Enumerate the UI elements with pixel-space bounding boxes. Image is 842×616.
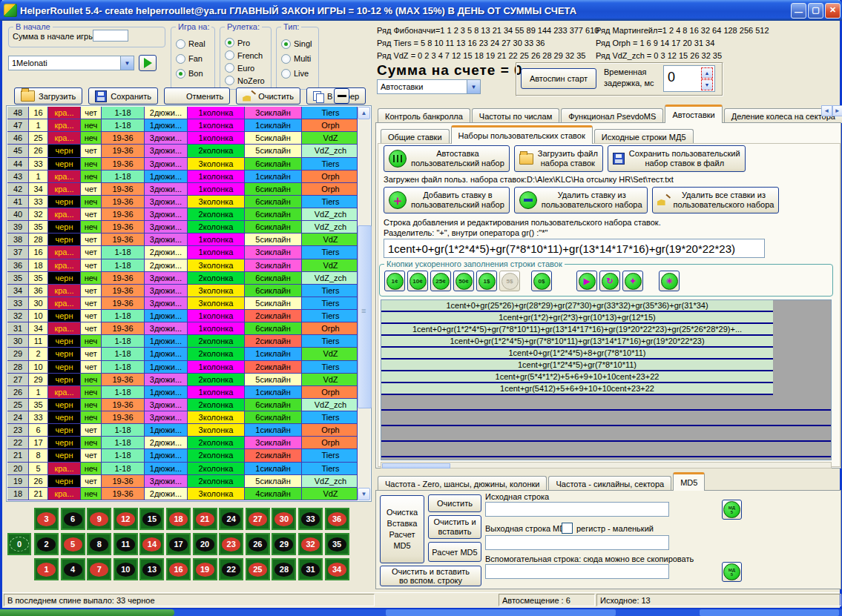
spinner-down-icon[interactable]: ▼ [701, 79, 713, 90]
table-row[interactable]: 3011черннеч1-181дюжи...2колонка2сиклайнT… [7, 335, 358, 348]
board-number-10[interactable]: 10 [114, 558, 138, 580]
hscrollbar-thumb[interactable] [382, 463, 450, 468]
tab-scroll-left-icon[interactable]: ◄ [821, 105, 832, 116]
table-row[interactable]: 2729черннеч19-363дюжи...2колонка5сиклайн… [7, 374, 358, 386]
table-row[interactable]: 3210чернчет1-181дюжи...1колонка2сиклайнT… [7, 310, 358, 322]
subtab-общие-ставки[interactable]: Общие ставки [381, 129, 450, 144]
bottomtab-частота-сиклайны-сектора[interactable]: Частота - сиклайны, сектора [548, 476, 671, 491]
tab-функционал-psevdoms[interactable]: Функционал PsevdoMS [561, 108, 663, 123]
collapse-panel-button[interactable] [334, 88, 349, 104]
table-row[interactable]: 3935черннеч19-363дюжи...2колонка6сиклайн… [7, 221, 358, 234]
quick-50cent-button[interactable]: 50¢ [453, 271, 474, 291]
button-сохранить[interactable]: Сохранить [88, 87, 158, 105]
table-row[interactable]: 2535черннеч19-363дюжи...2колонка6сиклайн… [7, 399, 358, 411]
table-row[interactable]: 1821кра...неч19-362дюжи...3колонка4сикла… [7, 488, 358, 500]
board-number-2[interactable]: 2 [34, 533, 59, 555]
radio-game-fan[interactable]: Fan [176, 51, 213, 66]
board-number-32[interactable]: 32 [298, 533, 323, 555]
md5-clear-aux-button[interactable]: Очистить и вставить во вспом. строку [380, 566, 481, 586]
board-number-31[interactable]: 31 [298, 558, 323, 580]
quick-1cent-button[interactable]: 1¢ [384, 271, 405, 291]
board-number-28[interactable]: 28 [272, 558, 296, 580]
table-row[interactable]: 4526чернчет19-363дюжи...2колонка5сиклайн… [7, 145, 358, 157]
table-row[interactable]: 3535черннеч19-363дюжи...2колонка6сиклайн… [7, 272, 358, 285]
quick-star-button[interactable]: ✦ [622, 271, 643, 291]
md5-output-input[interactable] [485, 535, 669, 550]
table-scrollbar[interactable]: ▲ ▼ [358, 107, 370, 500]
button-отменить[interactable]: Отменить [164, 87, 230, 105]
board-number-6[interactable]: 6 [61, 508, 85, 530]
quick-pattern-button[interactable]: ✳ [659, 271, 680, 291]
mode-combobox[interactable]: Автоставки ▼ [377, 79, 481, 94]
board-number-1[interactable]: 1 [34, 558, 59, 580]
md5-calc-source-button[interactable]: МД 5 [722, 500, 742, 520]
edit-button-0[interactable]: ＋Добавить ставку в пользовательский набо… [384, 187, 510, 213]
table-row[interactable]: 218чернчет1-181дюжи...2колонка2сиклайнTi… [7, 449, 358, 462]
bet-list-item[interactable]: 1cent+gr(1*2)+gr(2*3)+gr(10*13)+gr(12*15… [381, 312, 773, 324]
radio-roul-french[interactable]: French [225, 49, 269, 62]
table-row[interactable]: 4433черннеч19-363дюжи...3колонка6сиклайн… [7, 158, 358, 170]
delay-spinner[interactable]: 0 ▲ ▼ [663, 65, 715, 92]
table-row[interactable]: 2217черннеч1-182дюжи...2колонка3сиклайнO… [7, 437, 358, 449]
quick-repeat-button[interactable]: ↻ [599, 271, 620, 291]
run-preset-button[interactable] [139, 55, 157, 71]
maximize-button[interactable]: ▢ [808, 3, 823, 19]
quick-25cent-button[interactable]: 25¢ [430, 271, 451, 291]
subtab-исходные-строки-мд5[interactable]: Исходные строки МД5 [594, 129, 694, 144]
table-row[interactable]: 2810чернчет1-181дюжи...1колонка2сиклайнT… [7, 361, 358, 374]
radio-type-live[interactable]: Live [281, 66, 317, 81]
board-number-24[interactable]: 24 [219, 508, 243, 530]
table-row[interactable]: 4133черннеч19-363дюжи...3колонка6сиклайн… [7, 196, 358, 208]
radio-roul-pro[interactable]: Pro [225, 36, 269, 49]
md5-source-input[interactable] [485, 502, 669, 517]
board-number-13[interactable]: 13 [139, 558, 164, 580]
quick-10cent-button[interactable]: 10¢ [407, 271, 428, 291]
quick-0dollar-button[interactable]: 0$ [531, 271, 552, 291]
board-number-18[interactable]: 18 [166, 508, 191, 530]
md5-clear-insert-button[interactable]: Очистить и вставить [428, 515, 481, 539]
subtab-наборы-пользовательских-ставок[interactable]: Наборы пользовательских ставок [451, 125, 593, 144]
board-number-23[interactable]: 23 [219, 533, 243, 555]
table-row[interactable]: 4625кра...неч19-363дюжи...1колонка5сикла… [7, 132, 358, 145]
set-button-0[interactable]: Автоставка пользовательский набор [384, 145, 510, 172]
board-number-11[interactable]: 11 [114, 533, 138, 555]
md5-calc-button[interactable]: Расчет MD5 [428, 542, 481, 562]
preset-combobox[interactable]: 1Melonati ▼ [8, 56, 134, 70]
table-row[interactable]: 3618кра...чет1-182дюжи...3колонка3сиклай… [7, 259, 358, 272]
md5-calc-aux-button[interactable]: МД 5 [722, 562, 742, 582]
bet-list-item[interactable]: 1cent+gr(5*4*1*2)+5+6+9+10+10cent+23+22 [381, 371, 773, 383]
table-row[interactable]: 2433черннеч19-363дюжи...3колонка6сиклайн… [7, 411, 358, 424]
chevron-down-icon[interactable]: ▼ [120, 56, 134, 70]
table-row[interactable]: 292чернчет1-181дюжи...2колонка1сиклайнVd… [7, 348, 358, 360]
board-number-4[interactable]: 4 [61, 558, 85, 580]
table-row[interactable]: 261кра...неч1-181дюжи...1колонка1сиклайн… [7, 386, 358, 399]
board-number-12[interactable]: 12 [114, 508, 138, 530]
bet-string-input[interactable] [384, 239, 765, 258]
board-number-22[interactable]: 22 [219, 558, 243, 580]
set-button-1[interactable]: Загрузить файл набора ставок [514, 145, 603, 172]
board-number-5[interactable]: 5 [61, 533, 85, 555]
tab-контроль-банкролла[interactable]: Контроль банкролла [378, 108, 470, 123]
taskbar-window-button[interactable] [700, 609, 839, 616]
md5-clear-insert-calc-button[interactable]: Очистка Вставка Расчет MD5 [380, 495, 424, 563]
autospin-start-button[interactable]: Автоспин старт [521, 68, 596, 89]
board-number-29[interactable]: 29 [272, 533, 296, 555]
edit-button-2[interactable]: Удалить все ставки из пользовательского … [652, 187, 780, 213]
radio-roul-nozero[interactable]: NoZero [225, 74, 269, 87]
bet-list-hscrollbar[interactable] [381, 462, 832, 468]
bet-list-item[interactable]: 1cent+gr(1*2*4*5)+gr(7*8*10*11) [381, 360, 773, 371]
start-button-fragment[interactable] [0, 609, 174, 616]
taskbar-window-button[interactable] [386, 609, 616, 616]
board-number-19[interactable]: 19 [193, 558, 217, 580]
board-number-3[interactable]: 3 [34, 508, 59, 530]
close-button[interactable]: ✕ [825, 3, 841, 19]
minimize-button[interactable]: — [791, 3, 806, 19]
table-row[interactable]: 3716кра...чет1-182дюжи...1колонка3сиклай… [7, 246, 358, 259]
board-number-36[interactable]: 36 [325, 508, 349, 530]
set-button-2[interactable]: Сохранить пользовательский набор ставок … [608, 145, 746, 172]
board-number-27[interactable]: 27 [246, 508, 270, 530]
board-number-33[interactable]: 33 [298, 508, 323, 530]
scroll-up-icon[interactable]: ▲ [358, 107, 370, 119]
edit-button-1[interactable]: Удалить ставку из пользовательского набо… [514, 187, 648, 213]
board-number-30[interactable]: 30 [272, 508, 296, 530]
